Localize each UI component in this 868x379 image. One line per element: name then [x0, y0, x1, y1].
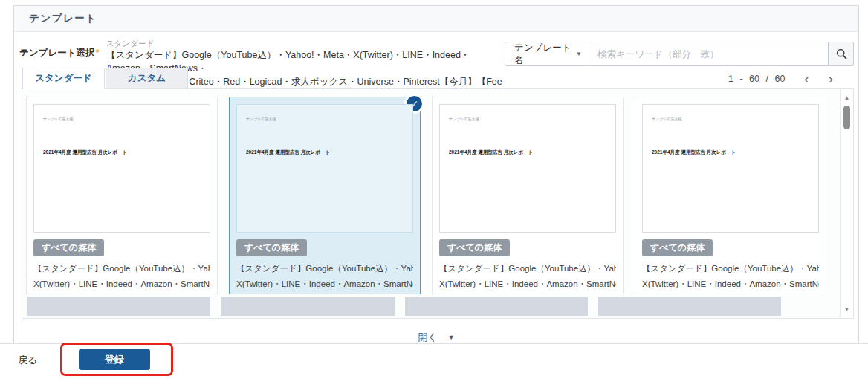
tab-custom[interactable]: カスタム	[106, 68, 188, 88]
thumbnail-report-title: 2021年4月度 運用型広告 月次レポート	[449, 149, 533, 156]
search-bar: テンプレート名 ▼	[505, 42, 854, 66]
footer-divider	[0, 343, 868, 344]
template-thumbnail: サンプル広告主様 2021年4月度 運用型広告 月次レポート	[642, 104, 819, 233]
back-button[interactable]: 戻る	[18, 354, 37, 367]
thumbnail-advertiser-text: サンプル広告主様	[246, 117, 276, 121]
card-preview-strip	[221, 297, 395, 316]
expand-toggle-label: 開く	[418, 331, 437, 343]
template-selection-page: テンプレート テンプレート選択* スタンダード 【スタンダード】Google（Y…	[0, 0, 868, 379]
expand-toggle[interactable]: 開く▼	[14, 331, 858, 344]
template-card-2-selected[interactable]: ✓ サンプル広告主様 2021年4月度 運用型広告 月次レポート すべての媒体 …	[229, 97, 421, 294]
template-card-3[interactable]: サンプル広告主様 2021年4月度 運用型広告 月次レポート すべての媒体 【ス…	[432, 97, 624, 294]
search-button[interactable]	[829, 42, 854, 66]
card-description-line2: X(Twitter)・LINE・Indeed・Amazon・SmartNews・…	[33, 276, 210, 292]
selected-template-caption: スタンダード	[106, 39, 505, 49]
card-description-line1: 【スタンダード】Google（YouTube込）・Yahoo!・Meta・	[642, 261, 819, 276]
card-description-line1: 【スタンダード】Google（YouTube込）・Yahoo!・Meta・	[439, 261, 616, 276]
template-cards-row: サンプル広告主様 2021年4月度 運用型広告 月次レポート すべての媒体 【ス…	[26, 97, 826, 294]
card-description-line2: X(Twitter)・LINE・Indeed・Amazon・SmartNews・…	[236, 276, 413, 292]
template-panel: テンプレート テンプレート選択* スタンダード 【スタンダード】Google（Y…	[13, 5, 859, 343]
card-preview-strip	[598, 297, 781, 316]
scroll-down-icon[interactable]: ▼	[841, 306, 853, 313]
thumbnail-advertiser-text: サンプル広告主様	[43, 117, 73, 121]
pagination-prev-icon[interactable]: ‹	[804, 73, 809, 85]
thumbnail-advertiser-text: サンプル広告主様	[652, 117, 681, 121]
thumbnail-report-title: 2021年4月度 運用型広告 月次レポート	[43, 149, 127, 156]
pagination: 1 - 60 / 60 ‹ ›	[728, 73, 833, 85]
required-asterisk: *	[95, 48, 99, 58]
chevron-down-icon: ▼	[576, 51, 582, 57]
card-description-line1: 【スタンダード】Google（YouTube込）・Yahoo!・Meta・	[236, 261, 413, 276]
pagination-range: 1 - 60 / 60	[728, 74, 785, 84]
template-thumbnail: サンプル広告主様 2021年4月度 運用型広告 月次レポート	[33, 104, 210, 233]
search-input[interactable]	[589, 42, 829, 66]
panel-title: テンプレート	[14, 6, 858, 32]
media-badge: すべての媒体	[236, 239, 307, 256]
template-thumbnail: サンプル広告主様 2021年4月度 運用型広告 月次レポート	[439, 104, 616, 233]
media-badge: すべての媒体	[33, 239, 104, 256]
card-description-line1: 【スタンダード】Google（YouTube込）・Yahoo!・Meta・	[33, 261, 210, 276]
scrollbar-thumb[interactable]	[843, 106, 850, 129]
vertical-scrollbar[interactable]: ▲ ▼	[840, 89, 853, 318]
media-badge: すべての媒体	[642, 239, 713, 256]
register-button[interactable]: 登録	[79, 349, 150, 370]
template-tabs: スタンダード カスタム	[22, 68, 188, 89]
scroll-up-icon[interactable]: ▲	[841, 94, 853, 101]
template-card-list: サンプル広告主様 2021年4月度 運用型広告 月次レポート すべての媒体 【ス…	[22, 88, 854, 319]
chevron-down-icon: ▼	[448, 334, 455, 341]
template-card-1[interactable]: サンプル広告主様 2021年4月度 運用型広告 月次レポート すべての媒体 【ス…	[26, 97, 218, 294]
card-description-line2: X(Twitter)・LINE・Indeed・Amazon・SmartNews・…	[642, 276, 819, 292]
tab-standard[interactable]: スタンダード	[22, 68, 105, 89]
search-field-dropdown-value: テンプレート名	[514, 42, 571, 67]
card-description-line2: X(Twitter)・LINE・Indeed・Amazon・SmartNews・…	[439, 276, 616, 292]
pagination-next-icon[interactable]: ›	[829, 73, 833, 85]
media-badge: すべての媒体	[439, 239, 510, 256]
thumbnail-report-title: 2021年4月度 運用型広告 月次レポート	[652, 149, 736, 156]
card-preview-strip	[27, 297, 210, 316]
thumbnail-report-title: 2021年4月度 運用型広告 月次レポート	[246, 149, 330, 156]
card-preview-strip	[405, 297, 588, 316]
template-card-4[interactable]: サンプル広告主様 2021年4月度 運用型広告 月次レポート すべての媒体 【ス…	[635, 97, 826, 294]
thumbnail-advertiser-text: サンプル広告主様	[449, 117, 479, 121]
template-thumbnail: サンプル広告主様 2021年4月度 運用型広告 月次レポート	[236, 104, 413, 233]
search-field-dropdown[interactable]: テンプレート名 ▼	[505, 42, 589, 66]
next-row-card-previews	[27, 297, 781, 316]
search-icon	[836, 48, 847, 59]
